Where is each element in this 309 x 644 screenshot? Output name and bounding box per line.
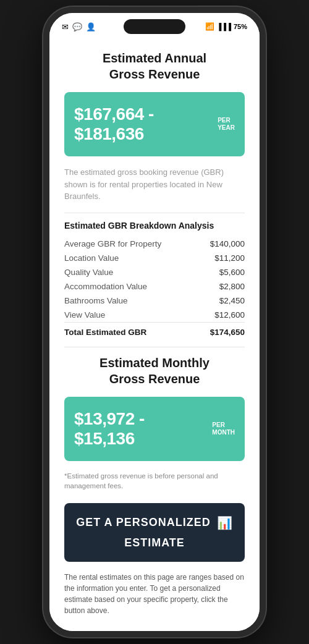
breakdown-row: Accommodation Value $2,800 — [64, 279, 245, 294]
cta-line1: GET A PERSONALIZED — [76, 516, 211, 529]
cta-icon: 📊 — [217, 515, 233, 530]
mail-icon: ✉ — [62, 22, 69, 32]
main-content: Estimated AnnualGross Revenue $167,664 -… — [49, 40, 260, 631]
breakdown-row-value: $140,000 — [197, 237, 245, 251]
wifi-icon: 📶 — [205, 22, 214, 31]
breakdown-row: Average GBR for Property $140,000 — [64, 237, 245, 251]
footnote-text: *Estimated gross revenue is before perso… — [64, 471, 245, 491]
monthly-section: Estimated MonthlyGross Revenue $13,972 -… — [64, 355, 245, 491]
total-label: Total Estimated GBR — [64, 322, 197, 339]
monthly-per-label: PERMONTH — [212, 422, 235, 436]
status-bar-icons-left: ✉ 💬 👤 — [62, 22, 96, 32]
breakdown-row-label: Location Value — [64, 251, 197, 265]
annual-title: Estimated AnnualGross Revenue — [64, 50, 245, 82]
divider-1 — [64, 213, 245, 213]
monthly-title: Estimated MonthlyGross Revenue — [64, 355, 245, 387]
breakdown-row-label: Quality Value — [64, 265, 197, 279]
breakdown-title: Estimated GBR Breakdown Analysis — [64, 221, 245, 231]
breakdown-row-label: Accommodation Value — [64, 279, 197, 294]
breakdown-table: Average GBR for Property $140,000 Locati… — [64, 237, 245, 339]
breakdown-row-value: $5,600 — [197, 265, 245, 279]
breakdown-row-label: Average GBR for Property — [64, 237, 197, 251]
breakdown-row-value: $12,600 — [197, 308, 245, 323]
breakdown-row: Bathrooms Value $2,450 — [64, 294, 245, 308]
description-text: The estimated gross booking revenue (GBR… — [64, 166, 245, 203]
breakdown-row: View Value $12,600 — [64, 308, 245, 323]
breakdown-section: Estimated GBR Breakdown Analysis Average… — [64, 221, 245, 339]
total-row: Total Estimated GBR $174,650 — [64, 322, 245, 339]
annual-per-year-label: PERYEAR — [218, 117, 235, 132]
breakdown-row: Location Value $11,200 — [64, 251, 245, 265]
breakdown-row-label: View Value — [64, 308, 197, 323]
chat-icon: 💬 — [72, 22, 82, 32]
cta-button-text: GET A PERSONALIZED 📊 ESTIMATE — [74, 515, 235, 549]
breakdown-row-value: $2,450 — [197, 294, 245, 308]
breakdown-row-value: $11,200 — [197, 251, 245, 265]
disclaimer-text: The rental estimates on this page are ra… — [64, 572, 245, 616]
notch — [124, 19, 185, 34]
annual-revenue-amount: $167,664 - $181,636 — [74, 104, 214, 144]
divider-2 — [64, 347, 245, 347]
breakdown-row: Quality Value $5,600 — [64, 265, 245, 279]
phone-shell: ✉ 💬 👤 📶 ▐▐▐ 75% Estimated AnnualGross Re… — [43, 7, 266, 637]
person-icon: 👤 — [86, 22, 96, 32]
total-value: $174,650 — [197, 322, 245, 339]
monthly-revenue-banner: $13,972 - $15,136 PERMONTH — [64, 397, 245, 461]
status-bar-right: 📶 ▐▐▐ 75% — [205, 22, 247, 31]
battery-label: 75% — [234, 23, 247, 30]
annual-revenue-banner: $167,664 - $181,636 PERYEAR — [64, 92, 245, 156]
cta-button[interactable]: GET A PERSONALIZED 📊 ESTIMATE — [64, 503, 245, 562]
cta-line2: ESTIMATE — [124, 536, 185, 549]
breakdown-row-label: Bathrooms Value — [64, 294, 197, 308]
monthly-revenue-amount: $13,972 - $15,136 — [74, 409, 208, 449]
breakdown-row-value: $2,800 — [197, 279, 245, 294]
signal-bars: ▐▐▐ — [217, 23, 231, 30]
status-bar: ✉ 💬 👤 📶 ▐▐▐ 75% — [49, 13, 260, 40]
